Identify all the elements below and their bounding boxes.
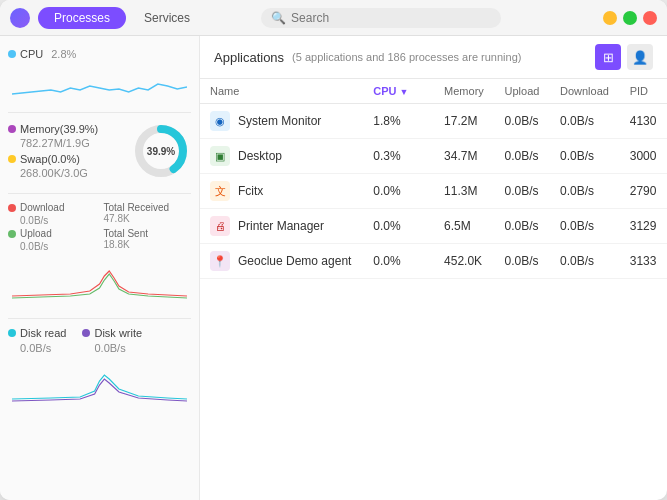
- swap-label: Swap(0.0%): [20, 153, 80, 165]
- cell-name: 📍 Geoclue Demo agent: [200, 244, 363, 279]
- upload-label-container: Upload 0.0B/s: [8, 228, 96, 252]
- total-sent-container: Total Sent 18.8K: [104, 228, 192, 252]
- col-download[interactable]: Download: [550, 79, 620, 104]
- cell-memory: 17.2M: [434, 104, 494, 139]
- user-filter-button[interactable]: 👤: [627, 44, 653, 70]
- cell-name: 🖨 Printer Manager: [200, 209, 363, 244]
- disk-write-label-row: Disk write: [82, 327, 142, 339]
- download-label-container: Download 0.0B/s: [8, 202, 96, 226]
- process-table-container: Name CPU ▼ Memory Upload Download PID ◉ …: [200, 79, 667, 500]
- main-window: Processes Services 🔍 — □ ✕ CPU 2.8%: [0, 0, 667, 500]
- maximize-button[interactable]: □: [623, 11, 637, 25]
- minimize-button[interactable]: —: [603, 11, 617, 25]
- disk-chart: [12, 359, 187, 405]
- table-header-row: Name CPU ▼ Memory Upload Download PID: [200, 79, 667, 104]
- cell-download: 0.0B/s: [550, 244, 620, 279]
- cell-download: 0.0B/s: [550, 139, 620, 174]
- col-name[interactable]: Name: [200, 79, 363, 104]
- tab-services[interactable]: Services: [128, 7, 206, 29]
- cell-upload: 0.0B/s: [495, 174, 550, 209]
- tab-processes[interactable]: Processes: [38, 7, 126, 29]
- cell-pid: 3000: [620, 139, 667, 174]
- cell-download: 0.0B/s: [550, 174, 620, 209]
- table-row[interactable]: ◉ System Monitor 1.8% 17.2M 0.0B/s 0.0B/…: [200, 104, 667, 139]
- window-controls: — □ ✕: [603, 11, 657, 25]
- swap-value: 268.00K/3.0G: [20, 167, 123, 179]
- cpu-value: 2.8%: [51, 48, 76, 60]
- app-name: Geoclue Demo agent: [238, 254, 351, 268]
- tab-group: Processes Services: [38, 7, 206, 29]
- upload-value: 0.0B/s: [20, 241, 96, 252]
- memory-label-row: Memory(39.9%): [8, 123, 123, 135]
- cpu-dot: [8, 50, 16, 58]
- cell-pid: 2790: [620, 174, 667, 209]
- app-name: Printer Manager: [238, 219, 324, 233]
- table-row[interactable]: 文 Fcitx 0.0% 11.3M 0.0B/s 0.0B/s 2790: [200, 174, 667, 209]
- process-table: Name CPU ▼ Memory Upload Download PID ◉ …: [200, 79, 667, 279]
- disk-section: Disk read 0.0B/s Disk write 0.0B/s: [8, 327, 191, 405]
- col-upload[interactable]: Upload: [495, 79, 550, 104]
- search-input[interactable]: [291, 11, 491, 25]
- cpu-label: CPU: [20, 48, 43, 60]
- disk-write-label: Disk write: [94, 327, 142, 339]
- cell-cpu: 0.3%: [363, 139, 434, 174]
- app-name: Fcitx: [238, 184, 263, 198]
- table-header: Name CPU ▼ Memory Upload Download PID: [200, 79, 667, 104]
- app-name: Desktop: [238, 149, 282, 163]
- memory-value: 782.27M/1.9G: [20, 137, 123, 149]
- total-received-label: Total Received: [104, 202, 192, 213]
- memory-dot: [8, 125, 16, 133]
- disk-write-container: Disk write 0.0B/s: [82, 327, 142, 355]
- table-row[interactable]: 📍 Geoclue Demo agent 0.0% 452.0K 0.0B/s …: [200, 244, 667, 279]
- cell-memory: 452.0K: [434, 244, 494, 279]
- app-icon-printer: 🖨: [210, 216, 230, 236]
- cell-pid: 3129: [620, 209, 667, 244]
- download-label: Download: [20, 202, 64, 213]
- upload-label: Upload: [20, 228, 52, 239]
- app-icon-desktop: ▣: [210, 146, 230, 166]
- swap-dot: [8, 155, 16, 163]
- col-cpu[interactable]: CPU ▼: [363, 79, 434, 104]
- network-chart: [12, 256, 187, 306]
- divider-1: [8, 112, 191, 113]
- search-bar[interactable]: 🔍: [261, 8, 501, 28]
- app-icon-fcitx: 文: [210, 181, 230, 201]
- cell-cpu: 1.8%: [363, 104, 434, 139]
- app-icon: [10, 8, 30, 28]
- disk-read-value: 0.0B/s: [20, 342, 51, 354]
- content-area: CPU 2.8% Memory(39.9%): [0, 36, 667, 500]
- process-table-body: ◉ System Monitor 1.8% 17.2M 0.0B/s 0.0B/…: [200, 104, 667, 279]
- cell-download: 0.0B/s: [550, 104, 620, 139]
- disk-write-value: 0.0B/s: [94, 342, 125, 354]
- cell-cpu: 0.0%: [363, 174, 434, 209]
- close-button[interactable]: ✕: [643, 11, 657, 25]
- app-name: System Monitor: [238, 114, 321, 128]
- divider-3: [8, 318, 191, 319]
- donut-label: 39.9%: [147, 146, 175, 157]
- table-row[interactable]: ▣ Desktop 0.3% 34.7M 0.0B/s 0.0B/s 3000: [200, 139, 667, 174]
- disk-write-dot: [82, 329, 90, 337]
- cell-memory: 34.7M: [434, 139, 494, 174]
- titlebar: Processes Services 🔍 — □ ✕: [0, 0, 667, 36]
- cpu-chart: [12, 64, 187, 100]
- cell-memory: 6.5M: [434, 209, 494, 244]
- swap-label-row: Swap(0.0%): [8, 153, 123, 165]
- upload-label-row: Upload: [8, 228, 96, 239]
- search-icon: 🔍: [271, 11, 286, 25]
- disk-read-dot: [8, 329, 16, 337]
- cell-upload: 0.0B/s: [495, 139, 550, 174]
- download-value: 0.0B/s: [20, 215, 96, 226]
- memory-row: Memory(39.9%) 782.27M/1.9G Swap(0.0%) 26…: [8, 121, 191, 181]
- cell-pid: 3133: [620, 244, 667, 279]
- cell-name: ▣ Desktop: [200, 139, 363, 174]
- memory-label: Memory(39.9%): [20, 123, 98, 135]
- grid-view-button[interactable]: ⊞: [595, 44, 621, 70]
- cell-memory: 11.3M: [434, 174, 494, 209]
- table-row[interactable]: 🖨 Printer Manager 0.0% 6.5M 0.0B/s 0.0B/…: [200, 209, 667, 244]
- app-icon-sysmon: ◉: [210, 111, 230, 131]
- download-label-row: Download: [8, 202, 96, 213]
- cell-upload: 0.0B/s: [495, 244, 550, 279]
- col-memory[interactable]: Memory: [434, 79, 494, 104]
- cell-download: 0.0B/s: [550, 209, 620, 244]
- col-pid[interactable]: PID: [620, 79, 667, 104]
